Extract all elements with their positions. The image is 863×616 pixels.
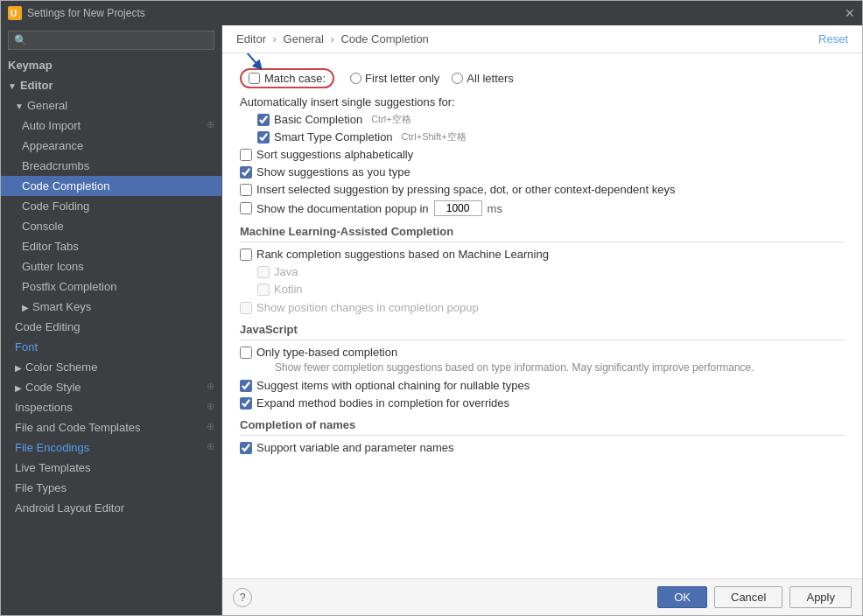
insert-selected-checkbox[interactable] (240, 184, 252, 196)
insert-selected-option[interactable]: Insert selected suggestion by pressing s… (240, 183, 675, 196)
show-docs-checkbox[interactable] (240, 202, 252, 214)
cancel-button[interactable]: Cancel (714, 586, 782, 608)
code-editing-label: Code Editing (15, 320, 80, 333)
sort-alpha-checkbox[interactable] (240, 149, 252, 161)
sidebar-item-font[interactable]: Font (1, 337, 221, 357)
sidebar-item-inspections[interactable]: Inspections ⊕ (1, 397, 221, 417)
basic-completion-shortcut: Ctrl+空格 (371, 113, 411, 126)
match-case-highlight: Match case: (240, 68, 334, 88)
appearance-label: Appearance (22, 139, 83, 152)
sidebar-item-live-templates[interactable]: Live Templates (1, 458, 221, 478)
docs-popup-ms-label: ms (488, 202, 502, 215)
svg-line-3 (222, 53, 259, 66)
type-based-checkbox[interactable] (240, 346, 252, 359)
docs-popup-ms-input[interactable] (434, 200, 482, 216)
code-style-expand-arrow: ▶ (15, 383, 22, 393)
rank-ml-option[interactable]: Rank completion suggestions based on Mac… (240, 248, 549, 261)
type-based-row: Only type-based completion (240, 346, 845, 359)
basic-completion-row: Basic Completion Ctrl+空格 (240, 113, 845, 126)
sidebar-item-gutter-icons[interactable]: Gutter Icons (1, 256, 221, 276)
general-expand-arrow: ▼ (15, 102, 24, 111)
show-position-checkbox[interactable] (240, 302, 252, 314)
javascript-section-title: JavaScript (240, 323, 845, 340)
sidebar-item-android-layout[interactable]: Android Layout Editor (1, 498, 221, 518)
file-encodings-label: File Encodings (15, 441, 89, 454)
kotlin-option[interactable]: Kotlin (257, 283, 303, 296)
smart-type-option[interactable]: Smart Type Completion (257, 130, 393, 144)
java-checkbox[interactable] (257, 266, 270, 278)
breadcrumb: Editor › General › Code Completion (236, 32, 429, 46)
sort-alpha-option[interactable]: Sort suggestions alphabetically (240, 148, 413, 161)
sidebar-item-keymap[interactable]: Keymap (1, 55, 221, 75)
match-case-checkbox[interactable] (249, 73, 260, 84)
optional-chaining-row: Suggest items with optional chaining for… (240, 379, 845, 392)
smart-keys-label: Smart Keys (32, 300, 91, 313)
live-templates-label: Live Templates (15, 461, 90, 474)
basic-completion-checkbox[interactable] (257, 114, 270, 126)
smart-type-row: Smart Type Completion Ctrl+Shift+空格 (240, 130, 845, 144)
show-suggestions-checkbox[interactable] (240, 166, 252, 178)
all-letters-radio[interactable] (452, 73, 463, 84)
expand-method-checkbox[interactable] (240, 397, 252, 410)
smart-type-checkbox[interactable] (257, 131, 270, 144)
all-letters-option[interactable]: All letters (452, 72, 513, 85)
type-based-option[interactable]: Only type-based completion (240, 346, 397, 359)
sidebar-item-console[interactable]: Console (1, 216, 221, 236)
sidebar-item-editor[interactable]: ▼Editor (1, 75, 221, 95)
breadcrumb-sep2: › (330, 32, 333, 46)
sidebar-item-code-completion[interactable]: Code Completion (1, 176, 221, 196)
help-button[interactable]: ? (233, 588, 252, 607)
support-variable-option[interactable]: Support variable and parameter names (240, 441, 453, 454)
sidebar-item-color-scheme[interactable]: ▶Color Scheme (1, 357, 221, 377)
sidebar-item-file-code-templates[interactable]: File and Code Templates ⊕ (1, 417, 221, 438)
rank-ml-row: Rank completion suggestions based on Mac… (240, 248, 845, 261)
show-suggestions-option[interactable]: Show suggestions as you type (240, 165, 410, 178)
file-types-label: File Types (15, 481, 67, 494)
rank-ml-checkbox[interactable] (240, 248, 252, 261)
first-letter-only-option[interactable]: First letter only (350, 72, 439, 85)
sidebar-item-code-style[interactable]: ▶Code Style ⊕ (1, 377, 221, 397)
show-docs-option[interactable]: Show the documentation popup in (240, 202, 429, 215)
optional-chaining-checkbox[interactable] (240, 380, 252, 392)
sidebar-item-general[interactable]: ▼General (1, 95, 221, 116)
sort-alpha-row: Sort suggestions alphabetically (240, 148, 845, 161)
completion-names-title: Completion of names (240, 418, 845, 436)
font-label: Font (15, 340, 38, 354)
match-case-row: Match case: First letter only All letter… (240, 68, 845, 88)
sidebar-item-editor-tabs[interactable]: Editor Tabs (1, 236, 221, 256)
content-header: Editor › General › Code Completion Reset (222, 25, 862, 53)
sidebar-item-smart-keys[interactable]: ▶Smart Keys (1, 297, 221, 317)
sidebar-item-postfix-completion[interactable]: Postfix Completion (1, 276, 221, 297)
sidebar-item-auto-import[interactable]: Auto Import ⊕ (1, 116, 221, 136)
breadcrumb-part3: Code Completion (340, 32, 428, 46)
search-input[interactable] (8, 31, 214, 50)
optional-chaining-option[interactable]: Suggest items with optional chaining for… (240, 379, 530, 392)
match-case-label[interactable]: Match case: (264, 72, 326, 85)
sidebar-item-appearance[interactable]: Appearance (1, 136, 221, 156)
kotlin-checkbox[interactable] (257, 284, 270, 296)
file-code-templates-copy-icon: ⊕ (207, 421, 214, 432)
show-position-option[interactable]: Show position changes in completion popu… (240, 301, 479, 314)
editor-expand-arrow: ▼ (8, 81, 17, 91)
content-area: Match case: First letter only All letter… (222, 53, 862, 578)
sidebar-item-code-editing[interactable]: Code Editing (1, 317, 221, 337)
copy-icon: ⊕ (207, 119, 214, 130)
expand-method-option[interactable]: Expand method bodies in completion for o… (240, 396, 509, 410)
ok-button[interactable]: OK (657, 586, 707, 608)
sidebar-item-code-folding[interactable]: Code Folding (1, 196, 221, 216)
close-button[interactable]: ✕ (845, 6, 855, 20)
title-bar: U Settings for New Projects ✕ (1, 1, 862, 25)
java-option[interactable]: Java (257, 265, 298, 278)
auto-import-label: Auto Import (22, 119, 81, 132)
inspections-copy-icon: ⊕ (207, 401, 214, 412)
sidebar-item-file-types[interactable]: File Types (1, 478, 221, 498)
first-letter-radio[interactable] (350, 73, 361, 84)
apply-button[interactable]: Apply (789, 586, 852, 608)
footer: ? OK Cancel Apply (222, 578, 862, 615)
sidebar-item-breadcrumbs[interactable]: Breadcrumbs (1, 156, 221, 176)
basic-completion-option[interactable]: Basic Completion (257, 113, 362, 126)
reset-button[interactable]: Reset (818, 32, 848, 46)
sidebar-tree: Keymap ▼Editor ▼General Auto Import ⊕ Ap… (1, 55, 221, 615)
support-variable-checkbox[interactable] (240, 442, 252, 454)
sidebar-item-file-encodings[interactable]: File Encodings ⊕ (1, 438, 221, 458)
